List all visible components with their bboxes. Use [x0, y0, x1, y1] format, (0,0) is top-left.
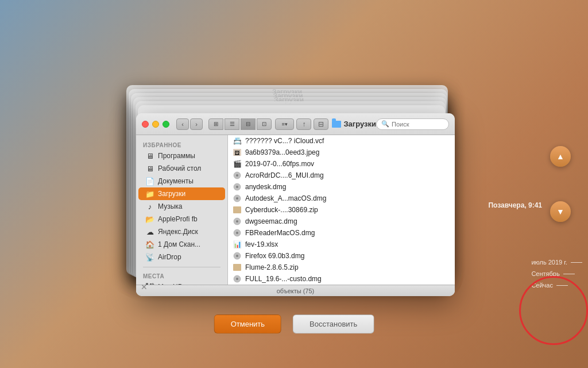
- sidebar-item-label: Яндекс.Диск: [158, 228, 198, 236]
- file-icon: [233, 251, 242, 260]
- restore-button[interactable]: Восстановить: [293, 315, 374, 334]
- maximize-button[interactable]: [163, 121, 169, 128]
- music-icon: ♪: [145, 202, 154, 211]
- timeline-label: Сейчас: [531, 282, 553, 289]
- file-list: 📇??????? vC...? iCloud.vcf🖼9a6b9379a...0…: [228, 135, 455, 285]
- sidebar-item-label: Документы: [158, 177, 194, 185]
- sidebar-item-airdrop[interactable]: 📡 AirDrop: [138, 251, 225, 263]
- file-item[interactable]: Flume-2.8.6.5.zip: [228, 262, 455, 273]
- file-item[interactable]: 📇??????? vC...? iCloud.vcf: [228, 135, 455, 147]
- icon-view-button[interactable]: ⊞: [208, 118, 223, 130]
- title-bar: ‹ › ⊞ ☰ ⊟ ⊡ ≡▾ ↑ ⊟ Загрузки 🔍: [136, 113, 455, 135]
- time-machine-scroll: ▲ ▼: [550, 146, 571, 222]
- search-box[interactable]: 🔍: [376, 118, 449, 130]
- file-list-container[interactable]: 📇??????? vC...? iCloud.vcf🖼9a6b9379a...0…: [228, 135, 455, 285]
- nav-buttons: ‹ ›: [176, 118, 203, 130]
- sidebar-item-desktop[interactable]: 🖥 Рабочий стол: [138, 162, 225, 175]
- arrange-button[interactable]: ≡▾: [275, 118, 294, 130]
- desktop-icon: 🖥: [145, 164, 154, 173]
- file-name: fev-19.xlsx: [245, 240, 450, 248]
- svg-point-10: [236, 220, 238, 223]
- close-button[interactable]: [142, 121, 149, 128]
- file-item[interactable]: Firefox 69.0b3.dmg: [228, 250, 455, 262]
- programs-icon: 🖥: [145, 151, 154, 160]
- sidebar-item-label: AirDrop: [158, 253, 181, 261]
- down-arrow-icon: ▼: [556, 207, 564, 216]
- forward-button[interactable]: ›: [190, 118, 203, 130]
- search-icon: 🔍: [381, 120, 389, 128]
- scroll-down-button[interactable]: ▼: [550, 201, 571, 222]
- cancel-button[interactable]: Отменить: [214, 315, 281, 334]
- sidebar-item-programs[interactable]: 🖥 Программы: [138, 150, 225, 162]
- svg-rect-8: [233, 206, 241, 213]
- file-item[interactable]: FULL_19.6-...-custo.dmg: [228, 273, 455, 285]
- file-item[interactable]: AcroRdrDC....6_MUI.dmg: [228, 170, 455, 181]
- time-machine-date: Позавчера, 9:41: [488, 201, 542, 209]
- file-name: FULL_19.6-...-custo.dmg: [245, 275, 450, 283]
- sidebar-item-house[interactable]: 🏠 1 Дом Скан...: [138, 238, 225, 251]
- file-icon: [233, 205, 242, 214]
- file-icon: [233, 274, 242, 283]
- finder-window: ‹ › ⊞ ☰ ⊟ ⊡ ≡▾ ↑ ⊟ Загрузки 🔍 Избранное: [136, 113, 455, 296]
- sidebar-item-label: Программы: [158, 152, 195, 160]
- file-item[interactable]: Autodesk_A...macOS.dmg: [228, 193, 455, 204]
- file-name: Autodesk_A...macOS.dmg: [245, 194, 450, 202]
- sidebar: Избранное 🖥 Программы 🖥 Рабочий стол 📄 Д…: [136, 135, 228, 285]
- file-name: Firefox 69.0b3.dmg: [245, 252, 450, 260]
- file-item[interactable]: FBReaderMacOS.dmg: [228, 227, 455, 239]
- sidebar-item-documents[interactable]: 📄 Документы: [138, 175, 225, 187]
- file-item[interactable]: 📊fev-19.xlsx: [228, 239, 455, 250]
- gallery-view-button[interactable]: ⊡: [257, 118, 272, 130]
- sidebar-item-music[interactable]: ♪ Музыка: [138, 200, 225, 213]
- file-item[interactable]: Cyberduck-....30869.zip: [228, 204, 455, 216]
- traffic-lights: [142, 121, 169, 128]
- timeline-line: [563, 274, 575, 274]
- timeline-item[interactable]: июль 2019 г.: [531, 259, 582, 266]
- scroll-up-button[interactable]: ▲: [550, 146, 571, 167]
- file-item[interactable]: anydesk.dmg: [228, 181, 455, 193]
- action-buttons: ↑ ⊟: [296, 118, 328, 130]
- status-bar: объекты (75): [136, 285, 455, 296]
- sidebar-item-downloads[interactable]: 📁 Загрузки: [138, 187, 225, 200]
- svg-text:🖼: 🖼: [234, 150, 239, 156]
- file-name: 2019-07-0...60fps.mov: [245, 160, 450, 168]
- file-item[interactable]: 🖼9a6b9379a...0eed3.jpeg: [228, 147, 455, 158]
- airdrop-icon: 📡: [145, 252, 154, 262]
- sidebar-item-machd[interactable]: 💾 Mac HD: [138, 281, 225, 285]
- back-button[interactable]: ‹: [176, 118, 189, 130]
- timeline-item[interactable]: Сейчас: [531, 282, 582, 289]
- file-name: FBReaderMacOS.dmg: [245, 229, 450, 237]
- svg-point-7: [236, 197, 238, 200]
- house-icon: 🏠: [145, 240, 154, 249]
- share-button[interactable]: ↑: [296, 118, 311, 130]
- timeline-item[interactable]: Сентябрь: [531, 270, 582, 277]
- file-name: Flume-2.8.6.5.zip: [245, 263, 450, 271]
- svg-rect-15: [233, 264, 241, 271]
- appleprofi-icon: 📂: [145, 214, 154, 224]
- file-name: Cyberduck-....30869.zip: [245, 206, 450, 214]
- view-buttons: ⊞ ☰ ⊟ ⊡: [208, 118, 272, 130]
- window-title-text: Загрузки: [343, 120, 376, 128]
- file-item[interactable]: 🎬2019-07-0...60fps.mov: [228, 158, 455, 170]
- sidebar-item-appleprofi[interactable]: 📂 AppleProfi fb: [138, 213, 225, 225]
- folder-icon: [332, 121, 341, 128]
- timeline-line: [571, 262, 582, 263]
- search-input[interactable]: [392, 121, 444, 128]
- file-icon: 📇: [233, 136, 242, 145]
- sidebar-item-label: AppleProfi fb: [158, 215, 198, 223]
- minimize-button[interactable]: [152, 121, 159, 128]
- file-icon: 🖼: [233, 148, 242, 157]
- bottom-buttons: Отменить Восстановить: [214, 315, 374, 334]
- file-item[interactable]: dwgseemac.dmg: [228, 216, 455, 227]
- column-view-button[interactable]: ⊟: [241, 118, 256, 130]
- status-text: объекты (75): [277, 288, 315, 294]
- timeline-line: [556, 285, 568, 286]
- close-bottom-button[interactable]: ✕: [141, 282, 148, 292]
- sidebar-item-yandex[interactable]: ☁ Яндекс.Диск: [138, 225, 225, 238]
- file-name: dwgseemac.dmg: [245, 217, 450, 225]
- file-icon: [233, 228, 242, 237]
- arrange-icon: ≡▾: [282, 121, 288, 127]
- tag-button[interactable]: ⊟: [314, 118, 328, 130]
- sidebar-item-label: Музыка: [158, 202, 182, 210]
- list-view-button[interactable]: ☰: [225, 118, 239, 130]
